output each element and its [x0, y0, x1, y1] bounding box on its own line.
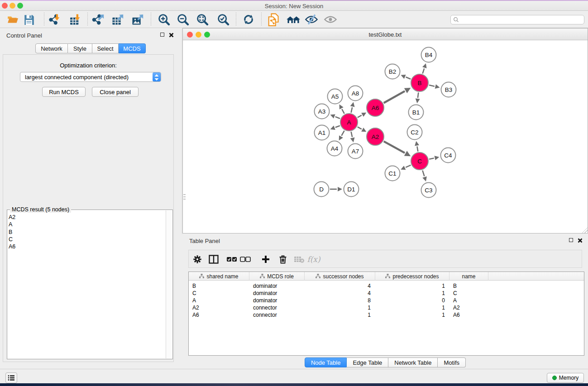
- cell-successor-nodes[interactable]: 1: [305, 304, 371, 311]
- table-float-icon[interactable]: [569, 238, 573, 242]
- run-mcds-button[interactable]: Run MCDS: [42, 87, 86, 97]
- cell-shared-name[interactable]: B: [192, 282, 196, 290]
- network-window-titlebar[interactable]: testGlobe.txt: [183, 29, 588, 40]
- zoom-selected-icon[interactable]: [215, 12, 231, 27]
- tab-mcds[interactable]: MCDS: [119, 43, 146, 53]
- criterion-dropdown[interactable]: largest connected component (directed): [20, 72, 161, 82]
- deselect-all-rows-icon[interactable]: [238, 252, 253, 267]
- delete-table-icon[interactable]: [292, 252, 306, 267]
- edge-B-B3[interactable]: [429, 85, 435, 86]
- close-panel-icon[interactable]: [169, 32, 174, 39]
- cell-shared-name[interactable]: A6: [192, 311, 199, 319]
- search-input[interactable]: [450, 15, 584, 24]
- edge-C-C1[interactable]: [406, 165, 411, 167]
- import-network-icon[interactable]: [47, 12, 62, 27]
- mcds-result-item[interactable]: C: [9, 236, 15, 243]
- edge-A-A4[interactable]: [341, 131, 344, 136]
- zoom-out-icon[interactable]: [175, 12, 191, 27]
- close-panel-button[interactable]: Close panel: [92, 87, 139, 97]
- cell-predecessor-nodes[interactable]: 1: [375, 290, 445, 297]
- edge-A6-B[interactable]: [384, 91, 405, 103]
- cell-successor-nodes[interactable]: 8: [305, 297, 371, 304]
- cell-name[interactable]: A2: [453, 304, 460, 311]
- edge-A-A1[interactable]: [335, 126, 340, 128]
- cell-predecessor-nodes[interactable]: 1: [375, 282, 445, 290]
- mcds-result-item[interactable]: A: [9, 221, 15, 228]
- table-tab-edge-table[interactable]: Edge Table: [347, 357, 388, 367]
- edge-B-B4[interactable]: [423, 68, 425, 73]
- edge-A-A6[interactable]: [358, 115, 362, 118]
- cell-MCDS-role[interactable]: dominator: [253, 290, 277, 297]
- import-table-icon[interactable]: [67, 12, 83, 27]
- open-session-icon[interactable]: [5, 12, 20, 27]
- edge-A-A5[interactable]: [342, 109, 344, 114]
- table-settings-icon[interactable]: [190, 252, 205, 267]
- edge-B-B1[interactable]: [418, 92, 418, 98]
- add-row-icon[interactable]: [258, 252, 273, 267]
- column-header-MCDS-role[interactable]: MCDS role: [249, 272, 305, 281]
- home-neighbors-icon[interactable]: [286, 12, 301, 27]
- edge-C-C2[interactable]: [417, 147, 418, 152]
- resize-corner[interactable]: [582, 227, 588, 233]
- cell-predecessor-nodes[interactable]: 1: [375, 311, 445, 319]
- cell-name[interactable]: A6: [453, 311, 460, 319]
- refresh-icon[interactable]: [241, 12, 256, 27]
- cell-successor-nodes[interactable]: 4: [305, 282, 371, 290]
- export-network-icon[interactable]: [91, 12, 106, 27]
- table-tab-node-table[interactable]: Node Table: [305, 357, 347, 367]
- cell-predecessor-nodes[interactable]: 1: [375, 304, 445, 311]
- cell-shared-name[interactable]: A: [192, 297, 196, 304]
- mcds-scrollbar[interactable]: [166, 210, 172, 358]
- tab-network[interactable]: Network: [35, 43, 68, 53]
- save-session-icon[interactable]: [21, 12, 37, 27]
- zoom-fit-icon[interactable]: [195, 12, 210, 27]
- clone-network-icon[interactable]: [265, 12, 281, 27]
- cell-MCDS-role[interactable]: dominator: [253, 282, 277, 290]
- export-image-icon[interactable]: [130, 12, 145, 27]
- cell-successor-nodes[interactable]: 1: [305, 311, 371, 319]
- edge-A-A7[interactable]: [351, 132, 353, 137]
- table-close-icon[interactable]: [578, 238, 583, 244]
- resize-grip-left[interactable]: [183, 194, 186, 200]
- apply-function-icon[interactable]: f(x): [306, 252, 321, 267]
- cell-successor-nodes[interactable]: 4: [305, 290, 371, 297]
- cell-name[interactable]: A: [453, 297, 457, 304]
- mcds-result-item[interactable]: A6: [9, 243, 15, 250]
- mcds-result-list[interactable]: A2ABCA6: [9, 214, 15, 250]
- mcds-result-item[interactable]: B: [9, 229, 15, 236]
- tab-style[interactable]: Style: [68, 43, 92, 53]
- mcds-result-item[interactable]: A2: [9, 214, 15, 221]
- edge-B-B2[interactable]: [406, 77, 411, 79]
- float-panel-icon[interactable]: [160, 33, 164, 37]
- cell-name[interactable]: C: [453, 290, 457, 297]
- network-canvas[interactable]: AA1A3A5A8A4A7A6A2BB1B2B3B4CC1C2C3C4DD1: [183, 40, 588, 233]
- column-header-shared-name[interactable]: shared name: [189, 272, 249, 281]
- table-tab-network-table[interactable]: Network Table: [388, 357, 438, 367]
- column-header-predecessor-nodes[interactable]: predecessor nodes: [375, 272, 449, 281]
- tab-select[interactable]: Select: [92, 43, 119, 53]
- memory-button[interactable]: Memory: [547, 373, 584, 383]
- edge-A-A2[interactable]: [358, 127, 362, 129]
- edge-A-A8[interactable]: [351, 107, 353, 113]
- edge-A2-C[interactable]: [384, 141, 405, 153]
- hide-selected-icon[interactable]: [304, 12, 319, 27]
- table-tab-motifs[interactable]: Motifs: [438, 357, 466, 367]
- export-table-icon[interactable]: [110, 12, 125, 27]
- cell-MCDS-role[interactable]: dominator: [253, 297, 277, 304]
- zoom-in-icon[interactable]: [156, 12, 172, 27]
- edge-C-C4[interactable]: [429, 158, 434, 159]
- cell-MCDS-role[interactable]: connector: [253, 304, 277, 311]
- cell-MCDS-role[interactable]: connector: [253, 311, 277, 319]
- column-header-name[interactable]: name: [449, 272, 488, 281]
- column-layout-icon[interactable]: [206, 252, 221, 267]
- cell-predecessor-nodes[interactable]: 0: [375, 297, 445, 304]
- column-header-successor-nodes[interactable]: successor nodes: [305, 272, 375, 281]
- cell-shared-name[interactable]: A2: [192, 304, 199, 311]
- task-history-button[interactable]: [5, 372, 17, 383]
- select-all-rows-icon[interactable]: [225, 252, 239, 267]
- cell-shared-name[interactable]: C: [192, 290, 196, 297]
- cell-name[interactable]: B: [453, 282, 457, 290]
- edge-A-A3[interactable]: [335, 117, 340, 119]
- edge-C-C3[interactable]: [422, 171, 424, 176]
- show-all-icon[interactable]: [323, 12, 338, 27]
